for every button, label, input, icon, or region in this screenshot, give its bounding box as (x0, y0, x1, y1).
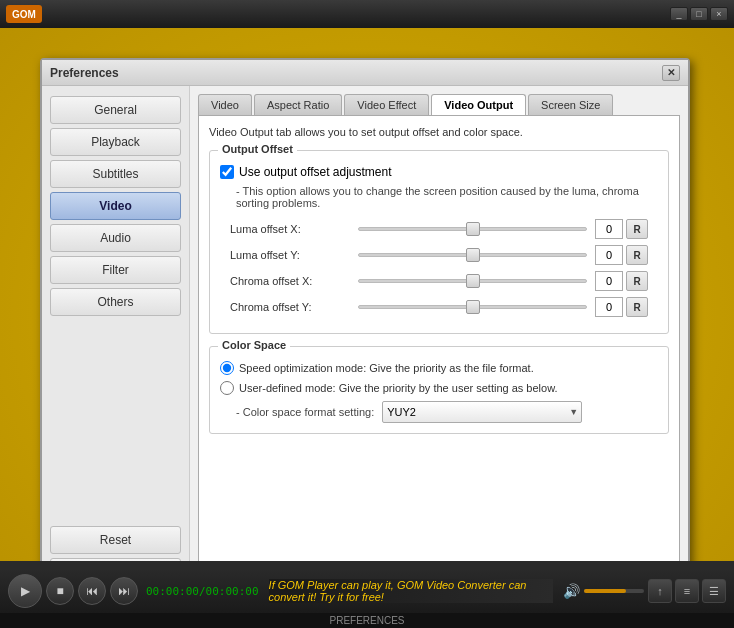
chroma-x-value: 0 (595, 271, 623, 291)
sidebar-item-audio[interactable]: Audio (50, 224, 181, 252)
sidebar-item-filter[interactable]: Filter (50, 256, 181, 284)
maximize-button[interactable]: □ (690, 7, 708, 21)
luma-y-thumb[interactable] (466, 248, 480, 262)
prev-button[interactable]: ⏮ (78, 577, 106, 605)
output-offset-label: Output Offset (218, 143, 297, 155)
ad-banner: If GOM Player can play it, GOM Video Con… (269, 579, 553, 603)
time-display: 00:00:00/00:00:00 (146, 585, 259, 598)
luma-x-slider[interactable] (358, 227, 587, 231)
preferences-dialog: Preferences ✕ General Playback Subtitles… (40, 58, 690, 598)
luma-x-value: 0 (595, 219, 623, 239)
preferences-label: PREFERENCES (0, 613, 734, 628)
dialog-body: General Playback Subtitles Video Audio F… (42, 86, 688, 596)
player-bottom: ▶ ■ ⏮ ⏭ 00:00:00/00:00:00 If GOM Player … (0, 561, 734, 628)
sidebar-item-general[interactable]: General (50, 96, 181, 124)
tab-video[interactable]: Video (198, 94, 252, 115)
panel-description: Video Output tab allows you to set outpu… (209, 126, 669, 138)
sidebar-item-playback[interactable]: Playback (50, 128, 181, 156)
output-offset-description: This option allows you to change the scr… (236, 185, 658, 209)
content-area: Video Aspect Ratio Video Effect Video Ou… (190, 86, 688, 596)
chroma-x-reset[interactable]: R (626, 271, 648, 291)
tabs: Video Aspect Ratio Video Effect Video Ou… (198, 94, 680, 115)
content-panel: Video Output tab allows you to set outpu… (198, 115, 680, 588)
speed-mode-radio[interactable] (220, 361, 234, 375)
output-offset-section: Output Offset Use output offset adjustme… (209, 150, 669, 334)
main-area: Preferences ✕ General Playback Subtitles… (0, 28, 734, 628)
playlist-button[interactable]: ↑ (648, 579, 672, 603)
dialog-title: Preferences (50, 66, 119, 80)
output-offset-checkbox-row: Use output offset adjustment (220, 165, 658, 179)
sidebar-item-subtitles[interactable]: Subtitles (50, 160, 181, 188)
player-container: GOM _ □ × Preferences ✕ General (0, 0, 734, 628)
sidebar: General Playback Subtitles Video Audio F… (42, 86, 190, 596)
progress-bar[interactable] (0, 561, 734, 569)
color-format-dropdown[interactable]: YUY2 YV12 RGB32 RGB24 (382, 401, 582, 423)
dialog-title-bar: Preferences ✕ (42, 60, 688, 86)
next-button[interactable]: ⏭ (110, 577, 138, 605)
color-format-label: Color space format setting: (236, 406, 374, 418)
speed-mode-label: Speed optimization mode: Give the priori… (239, 362, 534, 374)
chroma-y-label: Chroma offset Y: (230, 301, 350, 313)
user-mode-radio[interactable] (220, 381, 234, 395)
chroma-x-row: Chroma offset X: 0 R (220, 271, 658, 291)
luma-x-thumb[interactable] (466, 222, 480, 236)
luma-y-label: Luma offset Y: (230, 249, 350, 261)
ad-text: If GOM Player can play it, GOM Video Con… (269, 579, 553, 603)
player-background: GOM _ □ × Preferences ✕ General (0, 0, 734, 628)
output-offset-checkbox-label: Use output offset adjustment (239, 165, 392, 179)
equalizer-button[interactable]: ≡ (675, 579, 699, 603)
gom-logo-badge: GOM (6, 5, 42, 23)
output-offset-checkbox[interactable] (220, 165, 234, 179)
tab-screen-size[interactable]: Screen Size (528, 94, 613, 115)
chroma-y-thumb[interactable] (466, 300, 480, 314)
luma-x-row: Luma offset X: 0 R (220, 219, 658, 239)
dropdown-wrapper: YUY2 YV12 RGB32 RGB24 ▼ (382, 401, 582, 423)
chroma-y-reset[interactable]: R (626, 297, 648, 317)
title-logo: GOM (6, 5, 42, 23)
sidebar-item-video[interactable]: Video (50, 192, 181, 220)
color-space-section: Color Space Speed optimization mode: Giv… (209, 346, 669, 434)
color-format-row: Color space format setting: YUY2 YV12 RG… (236, 401, 658, 423)
title-bar: GOM _ □ × (0, 0, 734, 28)
chroma-y-slider[interactable] (358, 305, 587, 309)
tab-video-output[interactable]: Video Output (431, 94, 526, 115)
close-window-button[interactable]: × (710, 7, 728, 21)
user-mode-label: User-defined mode: Give the priority by … (239, 382, 558, 394)
volume-area: 🔊 (563, 583, 644, 599)
luma-y-slider[interactable] (358, 253, 587, 257)
chroma-y-value: 0 (595, 297, 623, 317)
play-button[interactable]: ▶ (8, 574, 42, 608)
chroma-x-label: Chroma offset X: (230, 275, 350, 287)
minimize-button[interactable]: _ (670, 7, 688, 21)
controls-row: ▶ ■ ⏮ ⏭ 00:00:00/00:00:00 If GOM Player … (0, 569, 734, 613)
right-controls: ↑ ≡ ☰ (648, 579, 726, 603)
volume-slider[interactable] (584, 589, 644, 593)
radio-user-mode-row: User-defined mode: Give the priority by … (220, 381, 658, 395)
reset-button[interactable]: Reset (50, 526, 181, 554)
radio-speed-mode-row: Speed optimization mode: Give the priori… (220, 361, 658, 375)
window-controls: _ □ × (670, 7, 728, 21)
luma-y-row: Luma offset Y: 0 R (220, 245, 658, 265)
chroma-x-thumb[interactable] (466, 274, 480, 288)
volume-icon: 🔊 (563, 583, 580, 599)
chroma-y-row: Chroma offset Y: 0 R (220, 297, 658, 317)
chroma-x-slider[interactable] (358, 279, 587, 283)
luma-y-value: 0 (595, 245, 623, 265)
tab-aspect-ratio[interactable]: Aspect Ratio (254, 94, 342, 115)
luma-y-reset[interactable]: R (626, 245, 648, 265)
stop-button[interactable]: ■ (46, 577, 74, 605)
menu-button[interactable]: ☰ (702, 579, 726, 603)
sidebar-item-others[interactable]: Others (50, 288, 181, 316)
tab-video-effect[interactable]: Video Effect (344, 94, 429, 115)
dialog-close-button[interactable]: ✕ (662, 65, 680, 81)
color-space-label: Color Space (218, 339, 290, 351)
volume-fill (584, 589, 626, 593)
luma-x-label: Luma offset X: (230, 223, 350, 235)
luma-x-reset[interactable]: R (626, 219, 648, 239)
